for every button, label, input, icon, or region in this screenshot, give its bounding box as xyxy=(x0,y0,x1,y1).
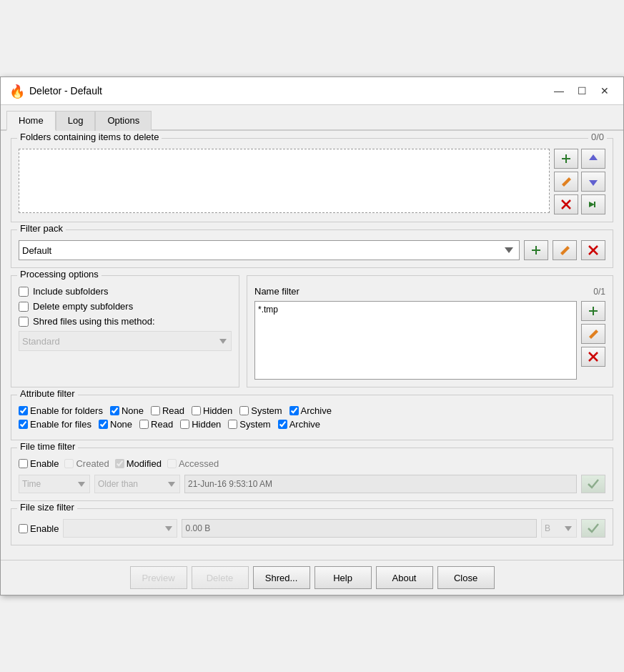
folders-textarea[interactable] xyxy=(19,149,550,213)
delete-folder-button[interactable] xyxy=(554,194,578,214)
file-size-filter-label: File size filter xyxy=(17,502,77,513)
filter-pack-label: Filter pack xyxy=(17,223,66,234)
processing-label: Processing options xyxy=(17,269,101,280)
attr-hidden-folders: Hidden xyxy=(192,405,232,416)
delete-name-filter-button[interactable] xyxy=(581,347,605,367)
time-modified-item: Modified xyxy=(115,458,162,469)
delete-empty-checkbox[interactable] xyxy=(19,302,29,312)
tab-home[interactable]: Home xyxy=(6,111,56,131)
size-enable-checkbox[interactable] xyxy=(19,524,28,533)
time-apply-button[interactable] xyxy=(581,475,605,493)
minimize-button[interactable]: — xyxy=(549,83,569,99)
name-filter-buttons xyxy=(581,301,605,380)
filter-pack-group: Filter pack Default xyxy=(11,229,613,268)
shred-button[interactable]: Shred... xyxy=(253,566,310,589)
two-col-section: Processing options Include subfolders De… xyxy=(11,275,613,387)
tab-bar: Home Log Options xyxy=(1,105,623,131)
add-name-filter-button[interactable] xyxy=(581,301,605,321)
attr-hidden-files: Hidden xyxy=(180,419,221,430)
svg-marker-2 xyxy=(589,154,598,160)
time-type-select[interactable]: Time xyxy=(19,475,90,493)
size-value-input[interactable] xyxy=(182,519,537,538)
time-enable-checkbox[interactable] xyxy=(19,459,28,468)
close-window-button[interactable]: ✕ xyxy=(595,83,615,99)
read-files-label: Read xyxy=(151,419,173,430)
none-folders-checkbox[interactable] xyxy=(110,406,119,415)
time-condition-select[interactable]: Older than xyxy=(94,475,180,493)
edit-filter-button[interactable] xyxy=(553,240,577,260)
svg-rect-9 xyxy=(532,249,540,251)
attr-read-folders: Read xyxy=(151,405,184,416)
tab-log[interactable]: Log xyxy=(56,111,96,131)
preview-button[interactable]: Preview xyxy=(130,566,187,589)
processing-col: Processing options Include subfolders De… xyxy=(11,275,239,387)
size-apply-button[interactable] xyxy=(581,519,605,538)
attribute-filter-group: Attribute filter Enable for folders None… xyxy=(11,395,613,440)
attr-archive-files: Archive xyxy=(278,419,320,430)
delete-empty-label: Delete empty subfolders xyxy=(33,301,133,312)
about-button[interactable]: About xyxy=(376,566,433,589)
filter-pack-select[interactable]: Default xyxy=(19,240,520,260)
archive-files-checkbox[interactable] xyxy=(278,420,287,429)
attr-archive-folders: Archive xyxy=(289,405,332,416)
none-files-checkbox[interactable] xyxy=(99,420,108,429)
attr-none-files: None xyxy=(99,419,132,430)
time-enable-item: Enable xyxy=(19,458,59,469)
enable-files-checkbox[interactable] xyxy=(19,420,28,429)
size-condition-select[interactable] xyxy=(63,519,177,538)
bottom-bar: Preview Delete Shred... Help About Close xyxy=(1,560,623,595)
add-folder-button[interactable] xyxy=(554,149,578,169)
enable-files-label: Enable for files xyxy=(30,419,91,430)
forward-button[interactable] xyxy=(581,194,605,214)
shred-files-checkbox[interactable] xyxy=(19,317,29,327)
folders-label: Folders containing items to delete xyxy=(17,132,162,142)
archive-folders-label: Archive xyxy=(301,405,332,416)
tab-options[interactable]: Options xyxy=(95,111,152,131)
time-created-label: Created xyxy=(76,458,109,469)
shred-files-label: Shred files using this method: xyxy=(33,316,155,327)
time-modified-checkbox[interactable] xyxy=(115,459,124,468)
delete-filter-button[interactable] xyxy=(581,240,605,260)
time-datetime-input[interactable] xyxy=(184,475,577,493)
file-size-filter-group: File size filter Enable B xyxy=(11,508,613,545)
shred-method-select[interactable]: Standard xyxy=(19,331,232,351)
none-files-label: None xyxy=(110,419,132,430)
attr-system-folders: System xyxy=(239,405,282,416)
system-folders-checkbox[interactable] xyxy=(239,406,249,415)
folders-buttons-row2 xyxy=(554,172,605,192)
name-filter-inner: *.tmp xyxy=(254,301,605,380)
title-controls: — ☐ ✕ xyxy=(549,83,615,99)
help-button[interactable]: Help xyxy=(315,566,372,589)
name-filter-count: 0/1 xyxy=(593,287,605,297)
archive-folders-checkbox[interactable] xyxy=(289,406,299,415)
enable-folders-label: Enable for folders xyxy=(30,405,103,416)
size-unit-select[interactable]: B xyxy=(541,519,577,538)
time-created-checkbox[interactable] xyxy=(64,459,74,468)
move-up-button[interactable] xyxy=(581,149,605,169)
svg-rect-13 xyxy=(589,310,598,312)
attr-system-files: System xyxy=(228,419,270,430)
main-window: 🔥 Deletor - Default — ☐ ✕ Home Log Optio… xyxy=(0,76,624,596)
shred-files-row: Shred files using this method: xyxy=(19,316,232,327)
time-accessed-label: Accessed xyxy=(179,458,219,469)
system-files-checkbox[interactable] xyxy=(228,420,237,429)
time-accessed-checkbox[interactable] xyxy=(167,459,177,468)
hidden-folders-label: Hidden xyxy=(203,405,232,416)
hidden-files-checkbox[interactable] xyxy=(180,420,189,429)
attr-read-files: Read xyxy=(139,419,173,430)
include-subfolders-checkbox[interactable] xyxy=(19,287,29,297)
delete-button[interactable]: Delete xyxy=(192,566,249,589)
add-filter-button[interactable] xyxy=(524,240,548,260)
maximize-button[interactable]: ☐ xyxy=(572,83,592,99)
move-down-button[interactable] xyxy=(581,172,605,192)
enable-folders-checkbox[interactable] xyxy=(19,406,28,415)
read-files-checkbox[interactable] xyxy=(139,420,149,429)
edit-name-filter-button[interactable] xyxy=(581,324,605,344)
hidden-folders-checkbox[interactable] xyxy=(192,406,201,415)
read-folders-checkbox[interactable] xyxy=(151,406,160,415)
window-title: Deletor - Default xyxy=(29,85,102,97)
edit-folder-button[interactable] xyxy=(554,172,578,192)
close-button[interactable]: Close xyxy=(437,566,495,589)
name-filter-label: Name filter xyxy=(254,286,299,297)
attr-filter-row1: Enable for folders None Read Hidden Syst… xyxy=(19,405,605,416)
